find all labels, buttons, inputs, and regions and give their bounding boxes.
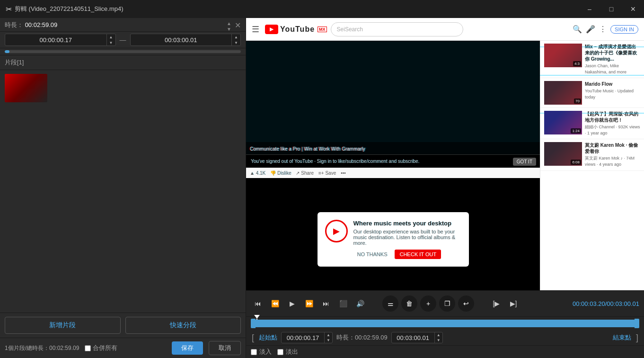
duration-value: 00:02:59.09 <box>25 21 58 28</box>
buttons-row: 新增片段 快速分段 <box>0 313 246 338</box>
end-time-input-group: ▲ ▼ <box>130 34 241 46</box>
popup-no-thanks-btn[interactable]: NO THANKS <box>353 250 391 259</box>
sidebar-title-4: 莫文蔚 Karen Mok · 偷偷爱着你 <box>585 142 640 154</box>
thumbnail-area <box>0 70 246 313</box>
youtube-logo-icon <box>265 25 278 34</box>
title-text: 剪輯 (Video_220722140511_Slice.mp4) <box>15 5 124 13</box>
sidebar-item-3: 1:24 【起风了】周深版·在风的地方你就当在吧！ 細細小 Channel · … <box>540 108 644 139</box>
dislike-btn[interactable]: 👎 Dislike <box>270 170 291 176</box>
cookie-notice: You've signed out of YouTube · Sign in t… <box>246 154 540 168</box>
skip-to-start-button[interactable]: ⏮ <box>251 296 265 311</box>
start-bracket: [ <box>251 333 255 343</box>
collapse-up-btn[interactable]: ▲ <box>227 21 231 27</box>
start-time-down[interactable]: ▼ <box>107 40 115 45</box>
close-button[interactable]: ✕ <box>622 0 644 18</box>
timeline-track[interactable] <box>251 320 639 327</box>
seg-end-down[interactable]: ▼ <box>435 338 442 343</box>
seg-start-input[interactable] <box>282 333 324 343</box>
more-actions[interactable]: ••• <box>341 170 346 176</box>
progress-track <box>5 50 241 53</box>
music-popup-subtitle: Our desktop experience was built to be y… <box>353 229 461 246</box>
title-bar: ✂ 剪輯 (Video_220722140511_Slice.mp4) – □ … <box>0 0 644 18</box>
sidebar-item-2: 70 Marido Flow YouTube Music · Updated t… <box>540 78 644 108</box>
timeline-right-handle[interactable] <box>635 319 639 328</box>
time-separator: — <box>120 36 126 44</box>
music-popup-icon: ▶ <box>325 220 348 242</box>
sign-in-btn[interactable]: SIGN IN <box>610 25 638 34</box>
got-it-button[interactable]: GOT IT <box>513 158 536 166</box>
timeline-left-handle[interactable] <box>251 319 256 328</box>
copy-button[interactable]: ❐ <box>439 295 455 312</box>
split-button[interactable]: ⚌ <box>382 295 398 312</box>
youtube-search-bar[interactable]: SeiSearch <box>331 22 463 36</box>
sidebar-info-2: Marido Flow YouTube Music · Updated toda… <box>585 81 640 105</box>
stop-button[interactable]: ⬛ <box>336 296 350 311</box>
seg-start-time-input: ▲ ▼ <box>281 332 333 343</box>
more-icon[interactable]: ⋮ <box>599 25 607 34</box>
mark-out-button[interactable]: ▶] <box>506 296 520 311</box>
merge-all-checkbox[interactable] <box>85 345 91 351</box>
timeline-bar <box>246 317 644 330</box>
thumbnail-item <box>5 74 241 102</box>
music-popup-title: Where music meets your desktop <box>353 220 461 227</box>
menu-icon[interactable]: ☰ <box>252 24 259 35</box>
fast-forward-button[interactable]: ⏩ <box>302 296 316 311</box>
merge-all-label: 合併所有 <box>85 344 117 352</box>
seg-start-down[interactable]: ▼ <box>325 338 332 343</box>
right-panel: ☰ YouTube MX SeiSearch 🔍 🎤 ⋮ SIGN IN <box>246 18 644 358</box>
yt-badge: MX <box>318 27 327 32</box>
music-popup-buttons: NO THANKS CHECK IT OUT <box>353 250 461 259</box>
fade-out-checkbox[interactable] <box>277 349 283 355</box>
sidebar-title-1: Mix – 成浮演才是愛偲出来的的十子巴《像愛喜欢你 Growing... <box>585 44 640 62</box>
play-pause-button[interactable]: ▶ <box>285 296 299 311</box>
seg-start-up[interactable]: ▲ <box>325 332 332 338</box>
popup-check-it-out-btn[interactable]: CHECK IT OUT <box>395 250 441 259</box>
seg-end-input[interactable] <box>392 333 434 343</box>
save-button[interactable]: 保存 <box>172 341 203 355</box>
sidebar-channel-4: 莫文蔚 Karen Mok ♪ · 74M views · 4 years ag… <box>585 155 640 167</box>
duration-bar: 時長： 00:02:59.09 ▲ ▼ ✕ <box>0 18 246 32</box>
fade-in-checkbox[interactable] <box>251 349 257 355</box>
seg-start-spinners: ▲ ▼ <box>324 332 332 343</box>
progress-bar-row <box>0 48 246 55</box>
delete-button[interactable]: 🗑 <box>401 295 417 312</box>
left-panel: 時長： 00:02:59.09 ▲ ▼ ✕ ▲ ▼ — ▲ <box>0 18 246 358</box>
window-controls: – □ ✕ <box>579 0 644 18</box>
sidebar-item-4: 6:08 莫文蔚 Karen Mok · 偷偷爱着你 莫文蔚 Karen Mok… <box>540 139 644 170</box>
cancel-button[interactable]: 取消 <box>209 341 241 355</box>
sidebar-item-1: 4:3 Mix – 成浮演才是愛偲出来的的十子巴《像愛喜欢你 Growing..… <box>540 41 644 78</box>
minimize-button[interactable]: – <box>579 0 600 18</box>
app-icon: ✂ <box>6 5 12 14</box>
share-btn[interactable]: ↗ Share <box>296 170 313 176</box>
panel-close-btn[interactable]: ✕ <box>235 21 241 30</box>
sidebar-channel-3: 細細小 Channel · 932K views · 1 year ago <box>585 124 640 136</box>
end-time-input[interactable] <box>131 35 232 45</box>
restore-button[interactable]: □ <box>600 0 622 18</box>
status-text: 1個片段/總時長：00:02:59.09 <box>5 344 79 352</box>
end-time-down[interactable]: ▼ <box>232 40 240 45</box>
save-btn-yt[interactable]: ≡+ Save <box>318 170 336 176</box>
search-icon[interactable]: 🔍 <box>573 25 582 34</box>
segments-label: 片段[1] <box>0 55 246 70</box>
end-time-up[interactable]: ▲ <box>232 34 240 40</box>
mark-in-button[interactable]: [▶ <box>489 296 503 311</box>
skip-to-end-button[interactable]: ⏭ <box>319 296 333 311</box>
start-time-up[interactable]: ▲ <box>107 34 115 40</box>
volume-button[interactable]: 🔊 <box>353 296 367 311</box>
undo-button[interactable]: ↩ <box>458 295 474 312</box>
youtube-sidebar: 4:3 Mix – 成浮演才是愛偲出来的的十子巴《像愛喜欢你 Growing..… <box>540 41 644 290</box>
youtube-video-area: Communicate like a Pro | Win at Work Wit… <box>246 41 540 290</box>
mic-icon[interactable]: 🎤 <box>586 25 595 34</box>
collapse-down-btn[interactable]: ▼ <box>227 27 231 32</box>
rewind-button[interactable]: ⏪ <box>268 296 282 311</box>
end-bracket: ] <box>635 333 639 343</box>
duration-label: 時長： 00:02:59.09 <box>5 21 57 29</box>
add-button[interactable]: + <box>420 295 436 312</box>
yt-header-icons: 🔍 🎤 ⋮ SIGN IN <box>573 25 638 34</box>
quick-split-button[interactable]: 快速分段 <box>125 317 241 334</box>
start-time-input[interactable] <box>5 35 106 45</box>
seg-end-up[interactable]: ▲ <box>435 332 442 338</box>
seg-end-time-input: ▲ ▼ <box>391 332 443 343</box>
youtube-header: ☰ YouTube MX SeiSearch 🔍 🎤 ⋮ SIGN IN <box>246 18 644 41</box>
add-segment-button[interactable]: 新增片段 <box>5 317 121 334</box>
